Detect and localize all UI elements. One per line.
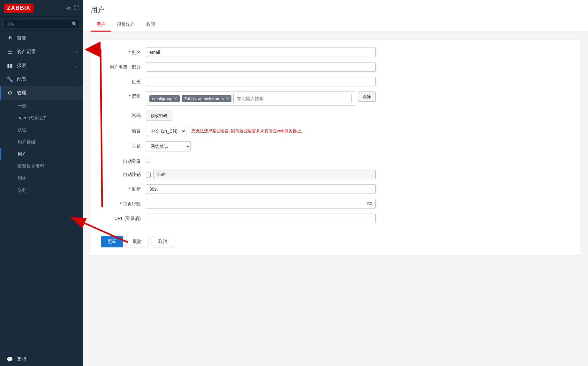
sidebar-item-user-groups-label: 用户群组 <box>18 139 35 145</box>
sidebar-item-agent-proxy[interactable]: agent代理程序 <box>0 112 83 124</box>
admin-arrow: ⌃ <box>75 91 78 95</box>
sidebar-item-admin-label: 管理 <box>17 90 75 96</box>
firstname-row: 用户名第一部分 <box>101 62 570 72</box>
group-tag-emailgroup-label: emailgroup <box>152 96 172 101</box>
refresh-input[interactable] <box>146 184 376 194</box>
sidebar-item-assets[interactable]: ☰ 资产记录 ⌄ <box>0 45 83 59</box>
sidebar-header: ZABBIX ≪ ⛶ <box>0 0 83 17</box>
autologout-field-wrapper <box>146 170 376 179</box>
change-password-button[interactable]: 修改密码 <box>146 111 172 121</box>
sidebar-item-agent-proxy-label: agent代理程序 <box>18 115 47 121</box>
sidebar-item-alert-media[interactable]: 报警媒介类型 <box>0 160 83 172</box>
theme-select[interactable]: 系统默认 <box>146 141 191 151</box>
groups-container[interactable]: emailgroup ✕ Zabbix administrators ✕ <box>146 92 355 106</box>
zabbix-logo: ZABBIX <box>4 4 34 13</box>
sidebar-item-scripts-label: 脚本 <box>18 176 26 181</box>
reports-arrow: ⌄ <box>75 63 78 68</box>
sidebar-item-monitoring[interactable]: 👁 监测 ⌄ <box>0 31 83 45</box>
group-tag-emailgroup-close[interactable]: ✕ <box>174 96 177 101</box>
tab-media[interactable]: 报警媒介 <box>111 18 140 32</box>
sidebar-item-support-label: 支持 <box>17 356 78 362</box>
rows-input[interactable] <box>146 199 376 209</box>
sidebar-item-alert-media-label: 报警媒介类型 <box>18 164 44 169</box>
password-field-wrapper: 修改密码 <box>146 111 376 121</box>
form-buttons: 更新 删除 取消 <box>101 231 570 247</box>
main-content: 用户 用户 报警媒介 权限 别名 用户名第一部分 <box>83 0 588 366</box>
collapse-icon[interactable]: ≪ <box>66 5 72 11</box>
group-tag-emailgroup: emailgroup ✕ <box>149 95 180 102</box>
groups-field-wrapper: emailgroup ✕ Zabbix administrators ✕ 选择 <box>146 92 376 106</box>
update-button[interactable]: 更新 <box>101 236 123 247</box>
config-arrow: ⌄ <box>75 77 78 81</box>
autologin-checkbox[interactable] <box>146 158 151 163</box>
password-label: 密码 <box>101 111 146 119</box>
theme-row: 主题 系统默认 <box>101 141 570 151</box>
language-select[interactable]: 中文 (zh_CN) <box>146 126 186 136</box>
main-body: 别名 用户名第一部分 姓氏 群组 <box>83 32 588 366</box>
monitoring-arrow: ⌄ <box>75 36 78 40</box>
rows-label: 每页行数 <box>101 199 146 207</box>
url-field-wrapper <box>146 214 376 223</box>
search-input[interactable] <box>3 19 80 28</box>
rows-row: 每页行数 <box>101 199 570 209</box>
firstname-field-wrapper <box>146 62 376 72</box>
alias-field-wrapper <box>146 48 376 57</box>
sidebar-item-config[interactable]: 🔧 配置 ⌄ <box>0 72 83 86</box>
groups-row: 群组 emailgroup ✕ Zabbix administrators ✕ <box>101 92 570 106</box>
alias-row: 别名 <box>101 48 570 57</box>
sidebar-item-users-label: 用户 <box>18 151 26 157</box>
url-label: URL (登录后) <box>101 214 146 222</box>
support-icon: 💬 <box>6 356 14 362</box>
sidebar-item-queue[interactable]: 队列 <box>0 185 83 197</box>
sidebar-item-scripts[interactable]: 脚本 <box>0 172 83 185</box>
main-header: 用户 用户 报警媒介 权限 <box>83 0 588 32</box>
alias-label: 别名 <box>101 48 146 55</box>
form-card: 别名 用户名第一部分 姓氏 群组 <box>91 40 580 255</box>
groups-select-button[interactable]: 选择 <box>358 92 376 102</box>
sidebar-item-general[interactable]: 一般 <box>0 100 83 112</box>
autologout-checkbox[interactable] <box>146 172 151 178</box>
sidebar-item-user-groups[interactable]: 用户群组 <box>0 136 83 148</box>
admin-icon: ⚙ <box>6 90 14 96</box>
nav-section: 👁 监测 ⌄ ☰ 资产记录 ⌄ ▮▮ 报表 ⌄ 🔧 配置 ⌄ ⚙ 管理 ⌃ 一般 <box>0 31 83 197</box>
autologin-row: 自动登录 <box>101 157 570 165</box>
lastname-label: 姓氏 <box>101 77 146 85</box>
cancel-button[interactable]: 取消 <box>152 236 174 247</box>
monitoring-icon: 👁 <box>6 35 14 41</box>
language-row: 语言 中文 (zh_CN) 您无法选择某些语言, 因为这些语言并未安装在web服… <box>101 126 570 136</box>
lastname-input[interactable] <box>146 77 376 86</box>
autologin-label: 自动登录 <box>101 157 146 165</box>
assets-icon: ☰ <box>6 49 14 55</box>
sidebar-item-queue-label: 队列 <box>18 188 26 194</box>
group-tag-zabbix-admins-close[interactable]: ✕ <box>226 96 229 101</box>
language-warning: 您无法选择某些语言, 因为这些语言并未安装在web服务器上。 <box>192 128 305 134</box>
sidebar-item-monitoring-label: 监测 <box>17 35 75 41</box>
sidebar-item-admin[interactable]: ⚙ 管理 ⌃ <box>0 86 83 100</box>
group-tag-zabbix-admins-label: Zabbix administrators <box>184 96 224 101</box>
tabs: 用户 报警媒介 权限 <box>91 18 580 32</box>
language-label: 语言 <box>101 126 146 134</box>
sidebar-footer: 💬 支持 <box>0 352 83 366</box>
sidebar-search-area: 🔍 <box>0 17 83 31</box>
tab-user[interactable]: 用户 <box>91 18 111 32</box>
assets-arrow: ⌄ <box>75 50 78 54</box>
url-input[interactable] <box>146 214 376 223</box>
lastname-row: 姓氏 <box>101 77 570 86</box>
sidebar-item-assets-label: 资产记录 <box>17 49 75 55</box>
search-icon[interactable]: 🔍 <box>72 21 77 26</box>
sidebar: ZABBIX ≪ ⛶ 🔍 👁 监测 ⌄ ☰ 资产记录 ⌄ ▮▮ 报表 ⌄ 🔧 <box>0 0 83 366</box>
sidebar-item-auth[interactable]: 认证 <box>0 124 83 136</box>
sidebar-item-reports[interactable]: ▮▮ 报表 ⌄ <box>0 59 83 72</box>
autologout-input <box>153 170 376 179</box>
delete-button[interactable]: 删除 <box>126 236 148 247</box>
alias-input[interactable] <box>146 48 376 57</box>
sidebar-item-users[interactable]: 用户 <box>0 148 83 160</box>
rows-field-wrapper <box>146 199 376 209</box>
tab-permissions[interactable]: 权限 <box>140 18 161 32</box>
expand-icon[interactable]: ⛶ <box>74 5 79 11</box>
refresh-row: 刷新 <box>101 184 570 194</box>
page-title: 用户 <box>91 5 580 15</box>
firstname-input[interactable] <box>146 62 376 72</box>
groups-search-input[interactable] <box>233 94 352 103</box>
sidebar-item-support[interactable]: 💬 支持 <box>0 352 83 366</box>
